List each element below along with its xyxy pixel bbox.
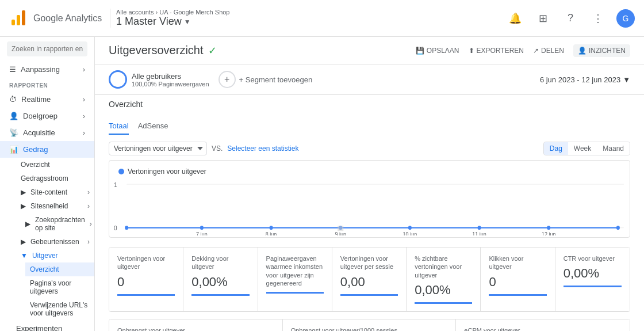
inzichten-button[interactable]: 👤 INZICHTEN <box>573 44 630 57</box>
content-actions: 💾 OPSLAAN ⬆ EXPORTEREN ↗ DELEN 👤 INZICHT… <box>416 44 630 57</box>
sidebar-item-sitesnelheid[interactable]: ▶ Sitesnelheid <box>16 199 94 213</box>
report-tabs: Totaal AdSense <box>109 118 630 135</box>
sidebar-item-gedragsstroom[interactable]: Gedragsstroom <box>16 172 94 185</box>
chart-controls: Vertoningen voor uitgever VS. Selecteer … <box>109 142 630 155</box>
sidebar-item-aanpassing[interactable]: ☰ Aanpassing <box>0 61 94 78</box>
period-maand-button[interactable]: Maand <box>597 142 630 155</box>
doelgroep-icon: 👤 <box>9 112 18 120</box>
line-chart: 1 0 ... <box>109 178 630 235</box>
metric-dropdown[interactable]: Vertoningen voor uitgever <box>109 142 207 155</box>
avatar[interactable]: G <box>616 9 635 28</box>
tab-adsense[interactable]: AdSense <box>138 118 168 135</box>
vs-label: VS. <box>212 144 223 153</box>
svg-text:9 jun: 9 jun <box>335 231 346 235</box>
add-segment-button[interactable]: + + Segment toevoegen <box>218 71 313 88</box>
save-icon: 💾 <box>416 47 424 55</box>
gedrag-submenu: Overzicht Gedragsstroom ▶ Site-content ▶… <box>0 158 94 320</box>
content-area: Uitgeversoverzicht ✓ 💾 OPSLAAN ⬆ EXPORTE… <box>95 37 644 331</box>
sidebar-item-experimenten[interactable]: Experimenten <box>0 320 94 331</box>
sidebar-item-acquisitie[interactable]: 📡 Acquisitie <box>0 124 94 141</box>
segment-chip[interactable]: Alle gebruikers 100,00% Paginaweergaven <box>109 70 209 89</box>
export-icon: ⬆ <box>469 47 474 55</box>
svg-point-12 <box>478 226 481 230</box>
main-layout: ☰ Aanpassing RAPPORTEN ⏱ Realtime 👤 Doel… <box>0 37 644 331</box>
sidebar-search-container <box>0 37 94 61</box>
sidebar-item-paginas-uitgevers[interactable]: Pagina's voor uitgevers <box>25 276 94 298</box>
sidebar-item-overzicht-uitgever[interactable]: Overzicht <box>25 262 94 276</box>
svg-text:12 jun: 12 jun <box>542 231 556 235</box>
header-icons: 🔔 ⊞ ? ⋮ G <box>506 9 635 28</box>
metric-bar <box>564 286 622 287</box>
legend-dot-icon <box>118 169 124 174</box>
metric-ctr: CTR voor uitgever 0,00% <box>555 248 630 311</box>
chart-area: Vertoningen voor uitgever 1 0 <box>109 160 630 238</box>
sidebar-item-site-content[interactable]: ▶ Site-content <box>16 185 94 199</box>
sidebar: ☰ Aanpassing RAPPORTEN ⏱ Realtime 👤 Doel… <box>0 37 95 331</box>
metric-opbrengst: Opbrengst voor uitgever US$ 0,00 <box>109 319 283 331</box>
metric-bar <box>117 294 175 296</box>
metrics-row1: Vertoningen voor uitgever 0 Dekking voor… <box>109 247 630 312</box>
svg-text:1: 1 <box>114 181 117 188</box>
sidebar-item-gebeurtenissen[interactable]: ▶ Gebeurtenissen <box>16 235 94 249</box>
breadcrumb: Alle accounts › UA - Google Merch Shop <box>116 9 506 16</box>
add-segment-circle-icon: + <box>218 71 236 88</box>
exporteren-button[interactable]: ⬆ EXPORTEREN <box>469 47 524 55</box>
chart-legend: Vertoningen voor uitgever <box>109 165 630 178</box>
svg-point-9 <box>270 226 273 230</box>
sidebar-item-overzicht[interactable]: Overzicht <box>16 158 94 172</box>
segment-sub: 100,00% Paginaweergaven <box>132 81 209 87</box>
more-button[interactable]: ⋮ <box>589 9 607 28</box>
sidebar-item-realtime[interactable]: ⏱ Realtime <box>0 91 94 108</box>
select-stat-link[interactable]: Selecteer een statistiek <box>227 144 298 153</box>
svg-rect-22 <box>338 226 343 231</box>
help-button[interactable]: ? <box>561 9 580 28</box>
sidebar-section-rapporten: RAPPORTEN <box>0 78 94 91</box>
delen-button[interactable]: ↗ DELEN <box>533 47 564 55</box>
report-area: Overzicht Totaal AdSense Vertoningen voo… <box>95 95 644 331</box>
acquisitie-icon: 📡 <box>9 128 18 137</box>
metric-paginaweergaven: Paginaweergaven waarmee inkomsten voor u… <box>258 248 332 311</box>
svg-point-11 <box>408 226 412 230</box>
svg-text:...: ... <box>124 231 129 235</box>
metric-zichtbaar: % zichtbare vertoningen voor uitgever 0,… <box>407 248 481 311</box>
metric-vertoningen-sessie: Vertoningen voor uitgever per sessie 0,0… <box>332 248 407 311</box>
google-analytics-logo-icon <box>9 9 28 28</box>
segment-circle-icon <box>109 70 127 89</box>
sidebar-item-uitgever[interactable]: ▼ Uitgever <box>16 249 94 262</box>
apps-button[interactable]: ⊞ <box>534 9 552 28</box>
share-icon: ↗ <box>533 47 539 55</box>
svg-rect-2 <box>22 10 25 25</box>
period-buttons: Dag Week Maand <box>543 142 630 155</box>
tab-totaal[interactable]: Totaal <box>109 118 129 135</box>
sidebar-item-verwijzende-urls[interactable]: Verwijzende URL's voor uitgevers <box>25 298 94 320</box>
sidebar-item-doelgroep[interactable]: 👤 Doelgroep <box>0 108 94 124</box>
svg-text:0: 0 <box>114 225 117 232</box>
metric-dekking: Dekking voor uitgever 0,00% <box>183 248 258 311</box>
realtime-icon: ⏱ <box>9 95 17 104</box>
view-selector[interactable]: 1 Master View ▼ <box>116 16 506 28</box>
metric-vertoningen: Vertoningen voor uitgever 0 <box>109 248 183 311</box>
page-title: Uitgeversoverzicht <box>109 44 204 57</box>
date-range-picker[interactable]: 6 jun 2023 - 12 jun 2023 ▼ <box>540 75 630 84</box>
uitgever-submenu: Overzicht Pagina's voor uitgevers Verwij… <box>16 262 94 320</box>
verified-check-icon: ✓ <box>208 44 217 57</box>
sidebar-item-gedrag[interactable]: 📊 Gedrag <box>0 141 94 158</box>
metric-bar <box>489 294 546 296</box>
metric-klikken: Klikken voor uitgever 0 <box>481 248 555 311</box>
metric-ecpm: eCPM voor uitgever US$ 0,00 <box>456 319 630 331</box>
period-week-button[interactable]: Week <box>568 142 597 155</box>
sidebar-item-zoekopdrachten[interactable]: ▶ Zoekopdrachten op site <box>16 213 94 235</box>
svg-text:11 jun: 11 jun <box>472 231 486 235</box>
svg-text:10 jun: 10 jun <box>403 231 417 235</box>
logo-area: Google Analytics <box>9 9 104 28</box>
segment-name: Alle gebruikers <box>132 72 209 81</box>
metrics-row2: Opbrengst voor uitgever US$ 0,00 Opbreng… <box>109 319 630 331</box>
opslaan-button[interactable]: 💾 OPSLAAN <box>416 47 459 55</box>
search-input[interactable] <box>7 41 87 56</box>
content-header: Uitgeversoverzicht ✓ 💾 OPSLAAN ⬆ EXPORTE… <box>95 37 644 64</box>
period-dag-button[interactable]: Dag <box>544 142 568 155</box>
notification-button[interactable]: 🔔 <box>506 9 524 28</box>
svg-point-7 <box>125 226 128 230</box>
svg-rect-0 <box>12 20 15 25</box>
svg-text:7 jun: 7 jun <box>196 231 208 235</box>
